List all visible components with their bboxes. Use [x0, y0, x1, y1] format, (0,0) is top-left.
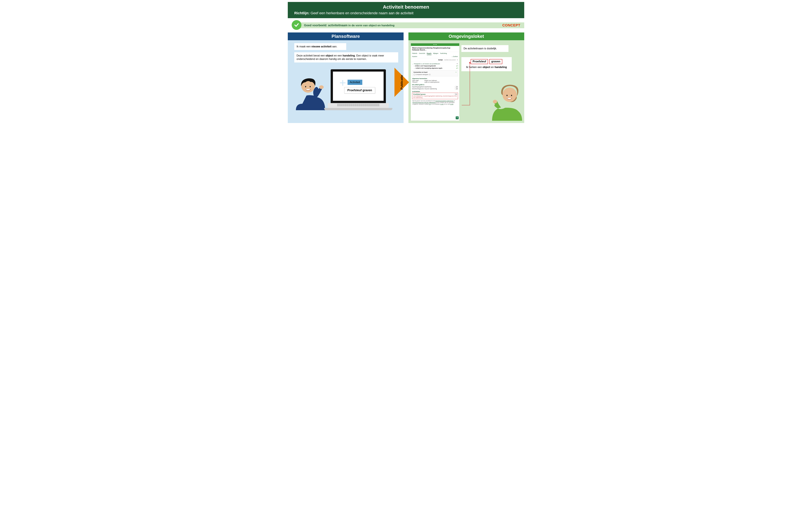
- banner-subtitle: Richtlijn: Geef een herkenbare en onders…: [294, 11, 518, 15]
- speech-bubble-recognise: Proefsleuf graven Ik herken een object e…: [461, 57, 512, 71]
- kv-val-type: Regel voor iedereen: [424, 80, 437, 81]
- geldt-heading: Dit artikel geldt in: [412, 84, 458, 86]
- chevron-down-icon[interactable]: ▼: [457, 59, 458, 61]
- zoeken-link[interactable]: Zoeken: [452, 56, 458, 57]
- good-example-strip: Goed voorbeeld: activiteitnaam in de vor…: [299, 22, 524, 28]
- good-example-bar: Goed voorbeeld: activiteitnaam in de vor…: [288, 21, 524, 29]
- fn-4: , en de artikelen: [431, 103, 440, 105]
- section-algemene: Algemene kenmerken Type regelRegel voor …: [411, 77, 459, 83]
- fn-2: of: [453, 100, 455, 102]
- tab-toelichting[interactable]: Toelichting: [440, 52, 447, 55]
- banner-title: Activiteit benoemen: [294, 4, 518, 10]
- tag-icon: 🏷: [456, 65, 458, 67]
- svg-point-0: [319, 85, 324, 89]
- tab-overzicht[interactable]: Overzicht: [419, 52, 425, 55]
- speech-bubble-object-handeling: Deze activiteit bevat een object en een …: [294, 52, 398, 62]
- svg-point-3: [310, 86, 311, 87]
- article-footnote: Bij het graven van een proefsleuf in het…: [411, 100, 459, 106]
- section-activiteiten: Activiteiten Proefsleuf graven informati…: [411, 90, 459, 100]
- tree-article-2[interactable]: Artikel 2.120 Aanwijzing algemene regels: [416, 67, 455, 69]
- help-icon[interactable]: ?: [456, 116, 459, 119]
- laptop-illustration: + Activiteit Proefsleuf graven: [331, 69, 386, 110]
- chevron-down-icon[interactable]: ⌄: [414, 67, 415, 69]
- fn-1: Bij het graven van een proefsleuf in het: [412, 100, 435, 102]
- r2-pre: Ik herken een: [466, 66, 482, 69]
- activiteit-name[interactable]: Proefsleuf graven: [413, 93, 457, 95]
- bekijk-row: Bekijk: Gehele document ▼: [411, 58, 459, 62]
- header-banner: Activiteit benoemen Richtlijn: Geef een …: [288, 2, 524, 18]
- eye-off-icon[interactable]: 👁: [456, 63, 458, 64]
- check-icon: [292, 20, 301, 30]
- concept-label: CONCEPT: [502, 23, 520, 27]
- person-illustration-left: [293, 71, 327, 110]
- chip-proefsleuf: Proefsleuf: [470, 59, 488, 64]
- r2-b1: object: [483, 66, 490, 69]
- bekijk-label: Bekijk:: [438, 59, 443, 61]
- tab-bijlagen[interactable]: Bijlagen: [433, 52, 438, 55]
- banner-sub-bold: Richtlijn:: [294, 11, 309, 15]
- section-geldt: Dit artikel geldt in beperkingengebied w…: [411, 83, 459, 90]
- kv-val-thema: water en watersystemen: [424, 81, 439, 83]
- kenmerken-box: Kenmerken en kaart× Compacte weergave: [412, 70, 458, 76]
- kv-key-type: Type regel: [412, 80, 423, 81]
- bubble2-pre: Deze activiteit bevat een: [296, 54, 325, 57]
- tab-plekinfo[interactable]: Plekinfo: [412, 52, 417, 55]
- chip-graven: graven: [489, 59, 502, 64]
- toggle-1[interactable]: [455, 86, 458, 88]
- panel-omgevingsloket: Omgevingsloket Waterschapsverordening Ho…: [408, 32, 524, 123]
- speech-bubble-new-activity: Ik maak een nieuwe activiteit aan.: [294, 43, 346, 50]
- good-example-rest: in de vorm van object en handeling: [348, 24, 394, 27]
- compact-label: Compacte weergave: [416, 74, 429, 75]
- kv-key-thema: Thema's: [412, 81, 423, 83]
- panel-plansoftware-body: Ik maak een nieuwe activiteit aan. Deze …: [288, 40, 404, 123]
- person-illustration-right: [491, 78, 523, 121]
- kaarten-link[interactable]: Kaarten: [412, 56, 417, 57]
- panel-plansoftware-heading: Plansoftware: [288, 32, 404, 40]
- info-icon[interactable]: [429, 74, 431, 75]
- left-illustration-area: + Activiteit Proefsleuf graven: [290, 65, 401, 110]
- panel-omgevingsloket-heading: Omgevingsloket: [408, 32, 524, 40]
- checkbox-compact[interactable]: [414, 74, 415, 75]
- activiteit-highlight-box: Proefsleuf graven informatieplicht in: b…: [412, 93, 458, 99]
- fn-link-3[interactable]: 2.3: [429, 103, 431, 105]
- tag-icon: 🏷: [456, 67, 458, 69]
- fn-link-1[interactable]: beperkingengebied waterkering: [435, 100, 453, 102]
- fn-5: tot en met: [444, 103, 450, 105]
- panels-row: Plansoftware Ik maak een nieuwe activite…: [288, 32, 524, 123]
- svg-point-8: [507, 95, 508, 96]
- close-icon[interactable]: ×: [455, 71, 456, 73]
- chevron-right-icon[interactable]: ›: [414, 65, 414, 67]
- fn-link-4[interactable]: 2.121: [440, 103, 444, 105]
- chevron-down-icon[interactable]: ⌄: [412, 63, 413, 64]
- bekijk-value[interactable]: Gehele document: [444, 59, 456, 61]
- algemene-heading: Algemene kenmerken: [412, 78, 458, 79]
- chip-activiteit: Activiteit: [348, 80, 362, 85]
- browser-subrow: Kaarten Zoeken: [411, 55, 459, 58]
- good-example-bold: activiteitnaam: [328, 24, 348, 27]
- fn-link-5[interactable]: 2.124: [450, 103, 453, 105]
- right-bubbles-area: De activiteitnaam is duidelijk. Proefsle…: [461, 43, 522, 121]
- tab-regels[interactable]: Regels: [427, 52, 432, 55]
- fn-link-2[interactable]: beschermingszone A bij een waterkering: [412, 102, 436, 103]
- bubble1-pre: Ik maak een: [296, 45, 311, 48]
- geldt-r1: beperkingengebied waterkering: [412, 86, 432, 88]
- plus-icon: +: [339, 80, 346, 86]
- publication-arrow: Publicatie: [394, 68, 409, 97]
- banner-sub-rest: Geef een herkenbare en onderscheidende n…: [309, 11, 414, 15]
- publication-label: Publicatie: [400, 75, 404, 90]
- activiteiten-heading: Activiteiten: [412, 91, 458, 92]
- svg-point-6: [493, 100, 497, 103]
- activiteit-sub: informatieplicht in: beperkingengebied w…: [413, 95, 457, 99]
- toggle-act[interactable]: [454, 93, 457, 95]
- tree-article-1[interactable]: Artikel 2.119 Toepassingsbereik: [415, 65, 455, 67]
- svg-point-9: [511, 95, 512, 96]
- browser-mock: Waterschapsverordening Hoogheemraadschap…: [411, 43, 460, 121]
- tree-paragraph[interactable]: Paragraaf 2.1.19 Graven van proefsleuven: [414, 63, 456, 64]
- good-example-lead: Goed voorbeeld:: [304, 24, 328, 27]
- article-tree: ⌄Paragraaf 2.1.19 Graven van proefsleuve…: [411, 62, 459, 70]
- toggle-2[interactable]: [455, 88, 458, 90]
- panel-plansoftware: Plansoftware Ik maak een nieuwe activite…: [288, 32, 404, 123]
- bubble2-b2: handeling: [343, 54, 355, 57]
- good-example-text: Goed voorbeeld: activiteitnaam in de vor…: [304, 24, 394, 27]
- r2-mid: en: [490, 66, 495, 69]
